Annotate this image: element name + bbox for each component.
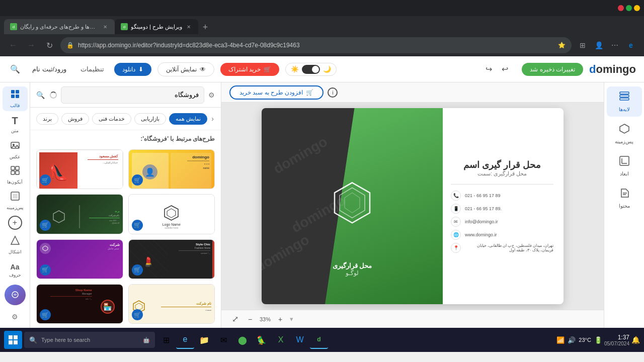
search-header-icon[interactable]: 🔍 xyxy=(8,62,22,76)
taskbar-parrot-icon[interactable]: 🦜 xyxy=(253,331,271,349)
template-card-6[interactable]: شرکت مدیر عامل info@company.ir 🛒 xyxy=(36,239,123,279)
start-button[interactable] xyxy=(4,331,22,349)
sidebar-background[interactable]: پس‌زمینه xyxy=(3,189,28,213)
svg-marker-15 xyxy=(43,246,48,251)
more-icon[interactable]: ⋯ xyxy=(608,38,622,52)
sidebar-fonts[interactable]: Aa حروف xyxy=(3,258,28,283)
app-header: domingo تغییرات ذخیره شد ↩ ↪ 🌙 ☀️ 🛒 خرید… xyxy=(0,56,644,82)
close-btn[interactable] xyxy=(618,5,624,11)
taskbar-word-icon[interactable]: W xyxy=(291,331,309,349)
template-cart-5[interactable]: 🛒 xyxy=(132,264,143,276)
template-cart-1[interactable]: 🛒 xyxy=(132,174,143,186)
taskbar-network-icon: 📶 xyxy=(556,336,565,344)
ai-button[interactable] xyxy=(5,285,26,305)
svg-rect-32 xyxy=(9,335,13,339)
tag-brand[interactable]: برند xyxy=(36,113,58,125)
template-card-4[interactable]: برند نام شرکت 📞 021-xxx ✉ info@... xyxy=(36,194,123,234)
business-card[interactable]: محل قرار گیری اسم محل قرارگیری :سمت 📞 02… xyxy=(262,108,564,304)
panel-search-input[interactable] xyxy=(61,86,204,104)
template-cart-6[interactable]: 🛒 xyxy=(40,264,51,276)
template-cart-8[interactable]: 🛒 xyxy=(40,309,51,320)
taskbar-chrome-icon[interactable]: ⬤ xyxy=(233,331,252,349)
new-tab-btn[interactable]: + xyxy=(198,20,212,34)
profile-icon[interactable]: 👤 xyxy=(592,38,606,52)
settings-sidebar-icon[interactable]: ⚙ xyxy=(8,310,22,324)
template-cart-4[interactable]: 🛒 xyxy=(40,220,51,231)
save-button[interactable]: تغییرات ذخیره شد xyxy=(522,63,583,76)
icons-label: آیکون‌ها xyxy=(7,179,23,185)
preview-button[interactable]: 👁 نمایش آنلاین xyxy=(157,62,214,76)
tab-close-1[interactable]: ✕ xyxy=(102,23,109,30)
template-card-5[interactable]: Style Chic Fashion Store 📞 contact 💄 🛒 xyxy=(128,239,215,279)
template-cart-3[interactable]: 🛒 xyxy=(132,220,143,231)
add-to-cart-button[interactable]: 🛒 افزودن طرح به سبد خرید xyxy=(229,85,324,100)
filter-icon[interactable]: ⚙ xyxy=(208,91,215,99)
template-card-8[interactable]: 🏪 Shop Name Manager 📞 info 🛒 xyxy=(36,284,123,324)
card-logo-text-area: محل قرارگیری لوگـو xyxy=(333,262,372,277)
taskbar-search[interactable]: 🔍 Type here to search 🤖 xyxy=(24,332,155,348)
maximize-btn[interactable] xyxy=(626,5,632,11)
sidebar-icons[interactable]: آیکون‌ها xyxy=(3,163,28,188)
redo-btn[interactable]: ↪ xyxy=(481,62,496,76)
contact-website: 🌐 www.domingo.ir xyxy=(451,230,553,240)
sidebar-template[interactable]: قالب xyxy=(3,86,28,111)
minimize-btn[interactable] xyxy=(634,5,640,11)
taskbar-time[interactable]: 1:37 05/07/2024 xyxy=(604,334,629,346)
tab-close-2[interactable]: ✕ xyxy=(185,23,192,30)
card-contact: 📞 021 - 66 95 17 89 📱 021 - 66 95 17 89.… xyxy=(451,191,553,253)
extensions-icon[interactable]: ⊞ xyxy=(576,38,590,52)
template-cart-7[interactable]: 🛒 xyxy=(132,309,143,320)
url-bar[interactable]: 🔒 https://app.domingo.ir/editor?industry… xyxy=(60,37,572,53)
add-element-btn[interactable]: + xyxy=(8,216,22,229)
info-icon[interactable]: i xyxy=(328,87,338,98)
taskbar-excel-icon[interactable]: X xyxy=(272,331,290,349)
zoom-in-btn[interactable]: + xyxy=(275,314,286,325)
back-btn[interactable]: ← xyxy=(6,38,20,52)
tag-marketing[interactable]: بازاریابی xyxy=(134,113,166,125)
template-card-1[interactable]: domingo • • • name 👤 🛒 xyxy=(128,149,215,189)
taskbar-app-icons: ⊞ e 📁 ✉ ⬤ 🦜 X W d xyxy=(157,331,328,349)
zoom-out-btn[interactable]: − xyxy=(245,314,256,325)
sidebar-text[interactable]: T متن xyxy=(3,112,28,137)
refresh-btn[interactable]: ↻ xyxy=(42,38,56,52)
browser-tab-1[interactable]: d قالب‌ها و طرح‌های حرفه‌ای و رایگان ✕ xyxy=(4,19,115,34)
template-label: قالب xyxy=(10,103,20,108)
contact-phone2: 📱 021 - 66 95 17 89. xyxy=(451,204,553,214)
tool-background[interactable]: پس‌زمینه xyxy=(607,119,642,149)
window-controls xyxy=(618,5,640,11)
expand-icon[interactable]: ⤢ xyxy=(229,314,240,325)
settings-button[interactable]: تنظیمات xyxy=(76,63,108,75)
dark-mode-toggle[interactable] xyxy=(302,65,320,74)
tool-content[interactable]: محتوا xyxy=(607,183,642,213)
browser-tab-2[interactable]: d ویرایش طرح | دومینگو ✕ xyxy=(115,19,198,34)
tag-sales[interactable]: فروش xyxy=(61,113,89,125)
taskbar-browser-icon[interactable]: e xyxy=(176,331,194,349)
taskbar-explorer-icon[interactable]: 📁 xyxy=(195,331,213,349)
taskbar-domingo-icon[interactable]: d xyxy=(310,331,328,349)
template-card-7[interactable]: نام شرکت سمت 🛒 xyxy=(128,284,215,324)
taskbar-temp-icon: 23°C xyxy=(579,337,591,343)
card-right: محل قرار گیری اسم محل قرارگیری :سمت 📞 02… xyxy=(443,108,564,304)
signin-button[interactable]: ورود/ثبت نام xyxy=(28,63,70,75)
edge-icon[interactable]: e xyxy=(624,38,638,52)
search-icon[interactable]: 🔍 xyxy=(36,91,45,99)
taskbar-files-icon[interactable]: ⊞ xyxy=(157,331,175,349)
undo-btn[interactable]: ↩ xyxy=(498,62,512,76)
tags-arrow-btn[interactable]: ‹ xyxy=(210,113,215,125)
download-button[interactable]: ⬇ دانلود xyxy=(114,63,151,76)
canvas-area: i 🛒 افزودن طرح به سبد خرید محل قرار گیری… xyxy=(221,82,604,328)
sidebar-image[interactable]: عکس xyxy=(3,137,28,162)
template-card-3[interactable]: Logo Name subtitle here 🛒 xyxy=(128,194,215,234)
subscribe-button[interactable]: 🛒 خرید اشتراک xyxy=(220,63,279,76)
taskbar-notification-bell[interactable]: 🔔 xyxy=(631,336,640,344)
tab-favicon-1: d xyxy=(10,23,17,30)
forward-btn[interactable]: → xyxy=(24,38,38,52)
taskbar-mail-icon[interactable]: ✉ xyxy=(214,331,232,349)
tag-technical[interactable]: خدمات فنی xyxy=(92,113,131,125)
template-card-2[interactable]: کفش مسعود خیابان اصلی... 👠 🛒 xyxy=(36,149,123,189)
tool-dimensions[interactable]: ابعاد xyxy=(607,151,642,181)
background-icon xyxy=(619,123,630,137)
tool-layers[interactable]: لایه‌ها xyxy=(607,86,642,117)
tag-show-all[interactable]: نمایش همه xyxy=(169,113,207,125)
sidebar-shapes[interactable]: اشکال xyxy=(3,233,28,257)
